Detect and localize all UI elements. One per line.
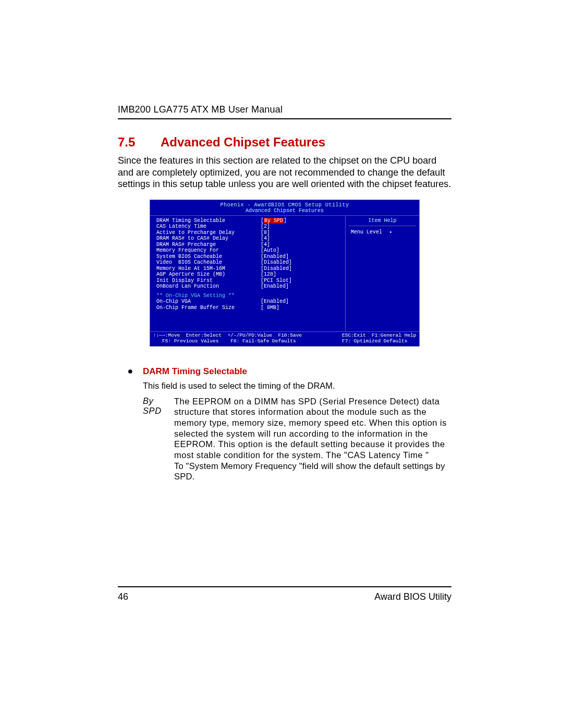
bullet-title: DARM Timing Selectable <box>143 366 247 377</box>
bios-row[interactable]: Active to Precharge Delay[8] <box>156 230 342 236</box>
bios-row[interactable]: DRAM Timing Selectable[By SPD] <box>156 218 342 224</box>
bios-menu-level: Menu Level▸ <box>349 229 416 236</box>
section-number: 7.5 <box>118 135 161 150</box>
bios-vga-section-header: ** On-Chip VGA Setting ** <box>156 293 342 299</box>
doc-header: IMB200 LGA775 ATX MB User Manual <box>118 104 451 119</box>
page-number: 46 <box>118 591 128 602</box>
bios-row[interactable]: Memory Frequency For[Auto] <box>156 248 342 254</box>
bios-row[interactable]: System BIOS Cacheable[Enabled] <box>156 254 342 260</box>
bios-row[interactable]: On-Chip VGA[Enabled] <box>156 299 342 305</box>
bios-footer: ↑↓←→:Move Enter:Select +/-/PU/PD:Value F… <box>150 332 419 346</box>
byspd-label: By SPD <box>143 396 174 482</box>
section-intro: Since the features in this section are r… <box>118 155 451 190</box>
bios-row[interactable]: On-Chip Frame Buffer Size[ 8MB] <box>156 305 342 311</box>
bios-row[interactable]: DRAM RAS# Precharge[4] <box>156 242 342 248</box>
byspd-definition: By SPD The EEPROM on a DIMM has SPD (Ser… <box>143 396 451 482</box>
bios-row[interactable]: CAS Latency Time[2] <box>156 224 342 230</box>
bios-options-panel: DRAM Timing Selectable[By SPD] CAS Laten… <box>150 216 346 332</box>
bios-row[interactable]: DRAM RAS# to CAS# Delay[4] <box>156 236 342 242</box>
section-title-text: Advanced Chipset Features <box>161 135 325 149</box>
footer-label: Award BIOS Utility <box>374 591 451 602</box>
bios-row[interactable]: Video BIOS Cacheable[Disabled] <box>156 260 342 266</box>
bios-footer-keys: F7: Optimized Defaults <box>342 339 417 344</box>
bullet-icon: ● <box>118 366 143 377</box>
bios-title-line1: Phoenix - AwardBIOS CMOS Setup Utility <box>150 202 419 208</box>
bullet-description: This field is used to select the timing … <box>143 381 451 391</box>
bios-row[interactable]: AGP Aperture Size (MB)[128] <box>156 272 342 278</box>
bios-title-line2: Advanced Chipset Features <box>150 208 419 214</box>
byspd-text: The EEPROM on a DIMM has SPD (Serial Pre… <box>174 396 451 482</box>
bios-screenshot: Phoenix - AwardBIOS CMOS Setup Utility A… <box>150 200 420 347</box>
section-heading: 7.5Advanced Chipset Features <box>118 135 451 150</box>
bios-footer-keys: F5: Previous Values F6: Fail-Safe Defaul… <box>153 339 339 344</box>
arrow-right-icon: ▸ <box>389 229 393 235</box>
page-footer: 46 Award BIOS Utility <box>118 586 451 602</box>
bios-title: Phoenix - AwardBIOS CMOS Setup Utility A… <box>150 200 419 215</box>
bios-row[interactable]: Memory Hole At 15M-16M[Disabled] <box>156 266 342 272</box>
bullet-item: ● DARM Timing Selectable <box>118 366 451 377</box>
bios-help-title: Item Help <box>349 218 416 227</box>
bios-row[interactable]: Init Display First[PCI Slot] <box>156 278 342 284</box>
bios-row[interactable]: OnBoard Lan Function[Enabled] <box>156 283 342 290</box>
bios-help-panel: Item Help Menu Level▸ <box>346 216 419 332</box>
